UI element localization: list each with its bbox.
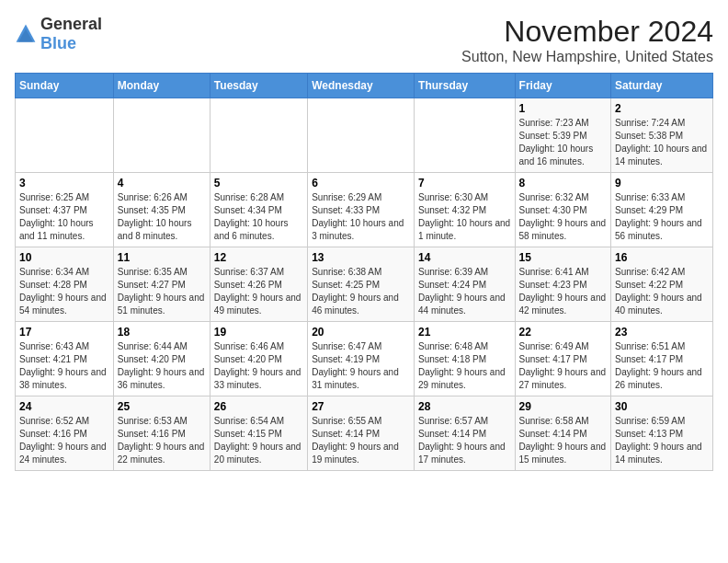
day-info: Sunrise: 6:46 AM Sunset: 4:20 PM Dayligh…	[214, 340, 303, 392]
weekday-header-sunday: Sunday	[16, 74, 114, 98]
calendar-cell: 15Sunrise: 6:41 AM Sunset: 4:23 PM Dayli…	[515, 247, 611, 322]
calendar-cell: 11Sunrise: 6:35 AM Sunset: 4:27 PM Dayli…	[113, 247, 210, 322]
day-info: Sunrise: 6:35 AM Sunset: 4:27 PM Dayligh…	[118, 266, 206, 317]
calendar-cell: 20Sunrise: 6:47 AM Sunset: 4:19 PM Dayli…	[308, 322, 415, 396]
day-number: 11	[118, 251, 206, 264]
calendar-cell: 27Sunrise: 6:55 AM Sunset: 4:14 PM Dayli…	[308, 396, 415, 471]
day-info: Sunrise: 6:28 AM Sunset: 4:34 PM Dayligh…	[214, 191, 303, 243]
calendar-cell: 16Sunrise: 6:42 AM Sunset: 4:22 PM Dayli…	[611, 247, 713, 322]
day-info: Sunrise: 6:42 AM Sunset: 4:22 PM Dayligh…	[615, 266, 709, 317]
day-number: 21	[418, 326, 511, 339]
day-number: 7	[418, 177, 511, 190]
page-subtitle: Sutton, New Hampshire, United States	[461, 49, 713, 65]
calendar-cell: 23Sunrise: 6:51 AM Sunset: 4:17 PM Dayli…	[611, 322, 713, 396]
weekday-header-monday: Monday	[113, 74, 210, 98]
day-info: Sunrise: 6:39 AM Sunset: 4:24 PM Dayligh…	[418, 266, 511, 317]
logo-general: General	[40, 15, 102, 33]
day-number: 16	[615, 251, 709, 264]
day-number: 28	[418, 400, 511, 413]
weekday-header-thursday: Thursday	[415, 74, 516, 98]
weekday-header-tuesday: Tuesday	[210, 74, 307, 98]
weekday-header-wednesday: Wednesday	[308, 74, 415, 98]
day-number: 6	[312, 177, 410, 190]
calendar-cell: 8Sunrise: 6:32 AM Sunset: 4:30 PM Daylig…	[515, 173, 611, 247]
day-info: Sunrise: 6:41 AM Sunset: 4:23 PM Dayligh…	[519, 266, 608, 317]
day-info: Sunrise: 6:44 AM Sunset: 4:20 PM Dayligh…	[118, 340, 206, 392]
calendar-week-1: 1Sunrise: 7:23 AM Sunset: 5:39 PM Daylig…	[16, 98, 713, 173]
calendar-cell: 1Sunrise: 7:23 AM Sunset: 5:39 PM Daylig…	[515, 98, 611, 173]
day-number: 2	[615, 102, 709, 115]
calendar-cell: 24Sunrise: 6:52 AM Sunset: 4:16 PM Dayli…	[16, 396, 114, 471]
weekday-header-friday: Friday	[515, 74, 611, 98]
calendar-cell: 25Sunrise: 6:53 AM Sunset: 4:16 PM Dayli…	[113, 396, 210, 471]
calendar-cell: 30Sunrise: 6:59 AM Sunset: 4:13 PM Dayli…	[611, 396, 713, 471]
calendar-body: 1Sunrise: 7:23 AM Sunset: 5:39 PM Daylig…	[16, 98, 713, 471]
calendar-cell	[308, 98, 415, 173]
calendar-cell	[210, 98, 307, 173]
calendar-cell: 22Sunrise: 6:49 AM Sunset: 4:17 PM Dayli…	[515, 322, 611, 396]
day-number: 1	[519, 102, 608, 115]
day-info: Sunrise: 6:43 AM Sunset: 4:21 PM Dayligh…	[19, 340, 109, 392]
calendar-cell: 9Sunrise: 6:33 AM Sunset: 4:29 PM Daylig…	[611, 173, 713, 247]
logo-icon	[15, 23, 37, 45]
logo-blue: Blue	[40, 34, 76, 52]
day-number: 13	[312, 251, 410, 264]
page-title: November 2024	[461, 15, 713, 49]
calendar-cell: 29Sunrise: 6:58 AM Sunset: 4:14 PM Dayli…	[515, 396, 611, 471]
day-info: Sunrise: 7:23 AM Sunset: 5:39 PM Dayligh…	[519, 117, 608, 168]
day-number: 15	[519, 251, 608, 264]
day-info: Sunrise: 6:30 AM Sunset: 4:32 PM Dayligh…	[418, 191, 511, 243]
calendar-week-3: 10Sunrise: 6:34 AM Sunset: 4:28 PM Dayli…	[16, 247, 713, 322]
title-block: November 2024 Sutton, New Hampshire, Uni…	[461, 15, 713, 65]
day-info: Sunrise: 6:54 AM Sunset: 4:15 PM Dayligh…	[214, 415, 303, 466]
calendar-cell: 13Sunrise: 6:38 AM Sunset: 4:25 PM Dayli…	[308, 247, 415, 322]
day-info: Sunrise: 6:55 AM Sunset: 4:14 PM Dayligh…	[312, 415, 410, 466]
calendar-cell: 7Sunrise: 6:30 AM Sunset: 4:32 PM Daylig…	[415, 173, 516, 247]
calendar-week-5: 24Sunrise: 6:52 AM Sunset: 4:16 PM Dayli…	[16, 396, 713, 471]
day-number: 30	[615, 400, 709, 413]
day-number: 20	[312, 326, 410, 339]
calendar-cell: 5Sunrise: 6:28 AM Sunset: 4:34 PM Daylig…	[210, 173, 307, 247]
day-info: Sunrise: 6:38 AM Sunset: 4:25 PM Dayligh…	[312, 266, 410, 317]
day-info: Sunrise: 6:37 AM Sunset: 4:26 PM Dayligh…	[214, 266, 303, 317]
day-number: 29	[519, 400, 608, 413]
day-number: 27	[312, 400, 410, 413]
day-info: Sunrise: 6:51 AM Sunset: 4:17 PM Dayligh…	[615, 340, 709, 392]
calendar-cell: 2Sunrise: 7:24 AM Sunset: 5:38 PM Daylig…	[611, 98, 713, 173]
weekday-header-row: SundayMondayTuesdayWednesdayThursdayFrid…	[16, 74, 713, 98]
calendar-cell: 14Sunrise: 6:39 AM Sunset: 4:24 PM Dayli…	[415, 247, 516, 322]
day-info: Sunrise: 6:52 AM Sunset: 4:16 PM Dayligh…	[19, 415, 109, 466]
calendar-cell: 28Sunrise: 6:57 AM Sunset: 4:14 PM Dayli…	[415, 396, 516, 471]
day-info: Sunrise: 7:24 AM Sunset: 5:38 PM Dayligh…	[615, 117, 709, 168]
calendar-week-4: 17Sunrise: 6:43 AM Sunset: 4:21 PM Dayli…	[16, 322, 713, 396]
calendar-cell: 18Sunrise: 6:44 AM Sunset: 4:20 PM Dayli…	[113, 322, 210, 396]
day-number: 26	[214, 400, 303, 413]
day-number: 22	[519, 326, 608, 339]
day-info: Sunrise: 6:48 AM Sunset: 4:18 PM Dayligh…	[418, 340, 511, 392]
day-info: Sunrise: 6:29 AM Sunset: 4:33 PM Dayligh…	[312, 191, 410, 243]
calendar-cell: 17Sunrise: 6:43 AM Sunset: 4:21 PM Dayli…	[16, 322, 114, 396]
day-number: 18	[118, 326, 206, 339]
calendar-table: SundayMondayTuesdayWednesdayThursdayFrid…	[15, 73, 713, 471]
logo: General Blue	[15, 15, 102, 53]
calendar-cell	[113, 98, 210, 173]
day-number: 3	[19, 177, 109, 190]
day-number: 9	[615, 177, 709, 190]
day-info: Sunrise: 6:58 AM Sunset: 4:14 PM Dayligh…	[519, 415, 608, 466]
day-info: Sunrise: 6:59 AM Sunset: 4:13 PM Dayligh…	[615, 415, 709, 466]
day-number: 8	[519, 177, 608, 190]
calendar-cell: 19Sunrise: 6:46 AM Sunset: 4:20 PM Dayli…	[210, 322, 307, 396]
calendar-cell: 6Sunrise: 6:29 AM Sunset: 4:33 PM Daylig…	[308, 173, 415, 247]
day-info: Sunrise: 6:25 AM Sunset: 4:37 PM Dayligh…	[19, 191, 109, 243]
calendar-cell	[415, 98, 516, 173]
day-info: Sunrise: 6:26 AM Sunset: 4:35 PM Dayligh…	[118, 191, 206, 243]
day-number: 17	[19, 326, 109, 339]
day-info: Sunrise: 6:49 AM Sunset: 4:17 PM Dayligh…	[519, 340, 608, 392]
calendar-cell: 12Sunrise: 6:37 AM Sunset: 4:26 PM Dayli…	[210, 247, 307, 322]
day-info: Sunrise: 6:57 AM Sunset: 4:14 PM Dayligh…	[418, 415, 511, 466]
weekday-header-saturday: Saturday	[611, 74, 713, 98]
day-number: 14	[418, 251, 511, 264]
calendar-cell	[16, 98, 114, 173]
calendar-cell: 21Sunrise: 6:48 AM Sunset: 4:18 PM Dayli…	[415, 322, 516, 396]
page-header: General Blue November 2024 Sutton, New H…	[15, 15, 713, 65]
